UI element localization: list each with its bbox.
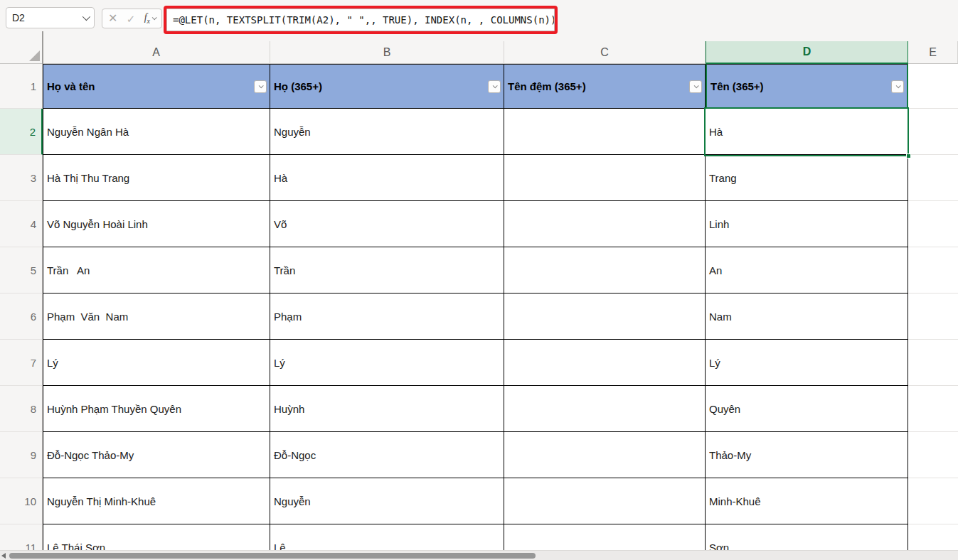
cell-col-a[interactable]: Hà Thị Thu Trang [43,155,270,201]
header-label: Tên (365+) [710,80,764,92]
column-header-strip: A B C D E [0,41,958,64]
row-number[interactable]: 3 [0,155,43,201]
header-cell-b1[interactable]: Họ (365+) [270,64,504,109]
cell-col-c[interactable] [504,340,706,386]
cell-col-e[interactable] [908,247,958,294]
header-cell-c1[interactable]: Tên đệm (365+) [504,64,706,109]
row-number[interactable]: 4 [0,201,43,247]
column-header-c[interactable]: C [504,41,706,64]
cell-col-b[interactable]: Nguyễn [270,478,504,524]
table-row: 4 Võ Nguyễn Hoài Linh Võ Linh [0,201,958,247]
cell-col-e[interactable] [908,432,958,478]
cell-col-c[interactable] [504,294,706,340]
cell-col-c[interactable] [504,386,706,432]
header-cell-a1[interactable]: Họ và tên [43,64,270,109]
row-number[interactable]: 8 [0,386,43,432]
enter-icon[interactable]: ✓ [127,14,136,24]
filter-button[interactable] [689,80,702,93]
cell-col-e[interactable] [908,478,958,524]
worksheet-grid: A B C D E 1 Họ và tên Họ (365+) Tên đệm … [0,41,958,560]
table-row: 9 Đỗ-Ngọc Thảo-My Đỗ-Ngọc Thảo-My [0,432,958,478]
row-number[interactable]: 10 [0,478,43,524]
cell-col-e[interactable] [908,201,958,247]
formula-buttons: ✕ ✓ fx [102,9,162,28]
insert-function-icon[interactable]: fx [144,12,156,25]
cell-col-c[interactable] [504,432,706,478]
cell-col-a[interactable]: Nguyễn Ngân Hà [43,109,270,155]
table-row: 3 Hà Thị Thu Trang Hà Trang [0,155,958,201]
column-header-e[interactable]: E [908,41,958,64]
table-row: 7 Lý Lý Lý [0,340,958,386]
select-all-icon [29,50,40,61]
column-header-a[interactable]: A [43,41,270,64]
cell-col-b[interactable]: Phạm [270,294,504,340]
table-row: 10 Nguyễn Thị Minh-Khuê Nguyễn Minh-Khuê [0,478,958,524]
cell-col-a[interactable]: Huỳnh Phạm Thuyền Quyên [43,386,270,432]
cell-col-a[interactable]: Trần An [43,247,270,294]
row-number[interactable]: 2 [0,109,43,155]
cell-col-b[interactable]: Nguyễn [270,109,504,155]
header-divider [42,31,43,64]
horizontal-scrollbar[interactable] [0,550,958,560]
cell-col-d[interactable]: Minh-Khuê [706,478,908,524]
filter-button[interactable] [488,80,501,93]
cell-col-b[interactable]: Lý [270,340,504,386]
cell-col-d[interactable]: Lý [706,340,908,386]
chevron-down-icon [152,16,157,21]
cell-col-d[interactable]: Hà [706,109,908,155]
cell-col-e[interactable] [908,386,958,432]
cell-col-a[interactable]: Nguyễn Thị Minh-Khuê [43,478,270,524]
cell-col-b[interactable]: Võ [270,201,504,247]
filter-button[interactable] [891,80,904,93]
cell-col-d[interactable]: An [706,247,908,294]
cell-col-e[interactable] [908,109,958,155]
annotation-highlight-box: =@LET(n, TEXTSPLIT(TRIM(A2), " ",, TRUE)… [164,6,558,34]
cell-col-e[interactable] [908,340,958,386]
row-number[interactable]: 7 [0,340,43,386]
cell-col-c[interactable] [504,201,706,247]
header-label: Họ và tên [47,80,95,92]
cancel-icon[interactable]: ✕ [108,13,117,24]
cell-col-e[interactable] [908,155,958,201]
row-number[interactable]: 9 [0,432,43,478]
cell-col-b[interactable]: Hà [270,155,504,201]
cell-col-a[interactable]: Phạm Văn Nam [43,294,270,340]
select-all-button[interactable] [0,41,43,64]
cell-col-d[interactable]: Quyên [706,386,908,432]
scroll-left-icon[interactable] [1,553,6,559]
filter-button[interactable] [254,80,267,93]
cell-col-b[interactable]: Huỳnh [270,386,504,432]
chevron-down-icon [492,83,497,88]
cell-col-b[interactable]: Trần [270,247,504,294]
spreadsheet-app: D2 ✕ ✓ fx =@LET(n, TEXTSPLIT(TRIM(A2), "… [0,0,958,560]
cell-col-b[interactable]: Đỗ-Ngọc [270,432,504,478]
header-cell-d1[interactable]: Tên (365+) [706,64,908,109]
cell-col-d[interactable]: Linh [706,201,908,247]
cell-col-d[interactable]: Trang [706,155,908,201]
scrollbar-thumb[interactable] [9,553,536,559]
row-number[interactable]: 1 [0,64,43,109]
chevron-down-icon [693,83,698,88]
table-row: 8 Huỳnh Phạm Thuyền Quyên Huỳnh Quyên [0,386,958,432]
row-number[interactable]: 6 [0,294,43,340]
cell-col-c[interactable] [504,478,706,524]
cell-col-d[interactable]: Nam [706,294,908,340]
cell-col-a[interactable]: Đỗ-Ngọc Thảo-My [43,432,270,478]
chevron-down-icon[interactable] [83,13,90,21]
cell-e1[interactable] [908,64,958,109]
header-label: Họ (365+) [274,80,322,92]
cell-col-c[interactable] [504,155,706,201]
cell-col-a[interactable]: Võ Nguyễn Hoài Linh [43,201,270,247]
cell-col-c[interactable] [504,247,706,294]
formula-bar-input[interactable]: =@LET(n, TEXTSPLIT(TRIM(A2), " ",, TRUE)… [166,9,555,31]
column-header-b[interactable]: B [270,41,504,64]
cell-col-c[interactable] [504,109,706,155]
cell-col-e[interactable] [908,294,958,340]
row-number[interactable]: 5 [0,247,43,294]
name-box[interactable]: D2 [6,7,95,28]
cell-col-d[interactable]: Thảo-My [706,432,908,478]
header-label: Tên đệm (365+) [508,80,586,92]
table-row: 5 Trần An Trần An [0,247,958,294]
column-header-d-selected[interactable]: D [706,41,908,64]
cell-col-a[interactable]: Lý [43,340,270,386]
